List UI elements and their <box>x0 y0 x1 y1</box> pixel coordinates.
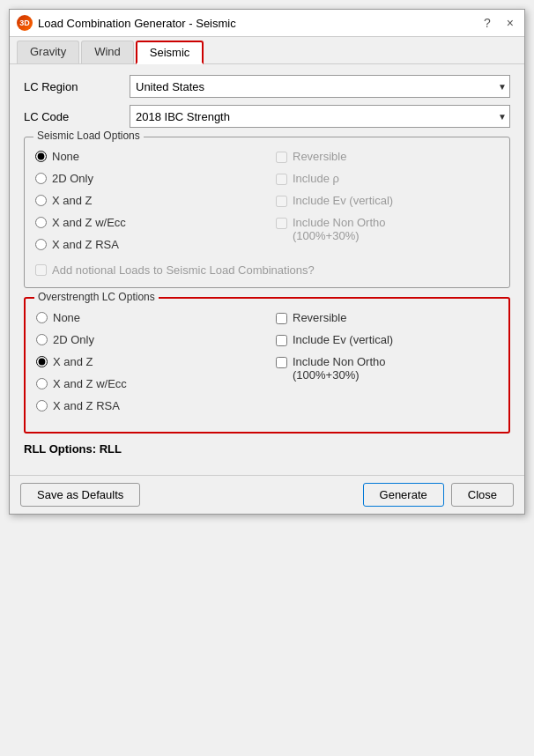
generate-button[interactable]: Generate <box>363 483 444 507</box>
seismic-check-rho-label: Include ρ <box>293 172 339 185</box>
seismic-check-reversible-input[interactable] <box>276 152 287 163</box>
notional-loads-row: Add notional Loads to Seismic Load Combi… <box>35 263 499 277</box>
overstrength-check-ev-label: Include Ev (vertical) <box>293 333 393 346</box>
seismic-load-options-group: Seismic Load Options None 2D Only X and … <box>24 137 510 288</box>
seismic-radio-xz-input[interactable] <box>35 195 47 206</box>
window-title: Load Combination Generator - Seismic <box>38 17 236 30</box>
overstrength-check-reversible-label: Reversible <box>293 311 346 324</box>
overstrength-check-ortho-input[interactable] <box>276 357 287 368</box>
notional-loads-label: Add notional Loads to Seismic Load Combi… <box>52 263 315 277</box>
overstrength-radio-none-input[interactable] <box>36 312 48 323</box>
overstrength-radio-none-label: None <box>53 311 80 324</box>
seismic-radio-xz-ecc-label: X and Z w/Ecc <box>52 216 126 229</box>
overstrength-checkbox-column: Reversible Include Ev (vertical) Include… <box>276 311 498 421</box>
lc-region-select-wrapper: United States Canada Europe ▼ <box>130 75 510 98</box>
seismic-radio-column: None 2D Only X and Z X and Z w/Ecc <box>35 150 258 260</box>
overstrength-radio-xz-rsa-input[interactable] <box>36 400 48 411</box>
lc-region-select[interactable]: United States Canada Europe <box>130 75 510 98</box>
action-buttons: Generate Close <box>363 483 514 507</box>
overstrength-radio-xz-ecc-label: X and Z w/Ecc <box>53 377 127 390</box>
content-area: LC Region United States Canada Europe ▼ … <box>10 64 524 475</box>
rll-options-label: RLL Options: RLL <box>24 442 510 456</box>
seismic-radio-2d-label: 2D Only <box>52 172 93 185</box>
seismic-check-rho: Include ρ <box>276 172 499 185</box>
seismic-check-ortho-label: Include Non Ortho(100%+30%) <box>293 216 386 242</box>
overstrength-radio-2d: 2D Only <box>36 333 258 346</box>
help-button[interactable]: ? <box>480 16 494 30</box>
overstrength-radio-xz-label: X and Z <box>53 355 93 368</box>
lc-region-row: LC Region United States Canada Europe ▼ <box>24 75 510 98</box>
seismic-check-ev-label: Include Ev (vertical) <box>293 194 393 207</box>
close-button[interactable]: Close <box>451 483 514 507</box>
overstrength-radio-xz-input[interactable] <box>36 356 48 367</box>
seismic-check-ortho: Include Non Ortho(100%+30%) <box>276 216 499 242</box>
app-icon: 3D <box>17 15 33 31</box>
overstrength-options-group: Overstrength LC Options None 2D Only X a… <box>24 297 510 434</box>
seismic-radio-none: None <box>35 150 258 163</box>
seismic-check-reversible: Reversible <box>276 150 499 163</box>
seismic-check-reversible-label: Reversible <box>293 150 346 163</box>
title-bar-left: 3D Load Combination Generator - Seismic <box>17 15 236 31</box>
seismic-radio-xz-rsa: X and Z RSA <box>35 238 258 251</box>
lc-code-select-wrapper: 2018 IBC Strength 2015 IBC Strength ASCE… <box>130 105 510 128</box>
overstrength-radio-xz: X and Z <box>36 355 258 368</box>
overstrength-check-ortho: Include Non Ortho(100%+30%) <box>276 355 498 382</box>
tab-gravity[interactable]: Gravity <box>17 41 79 63</box>
tab-bar: Gravity Wind Seismic <box>10 37 524 64</box>
seismic-radio-xz-rsa-label: X and Z RSA <box>52 238 119 251</box>
overstrength-radio-none: None <box>36 311 258 324</box>
overstrength-check-ortho-label: Include Non Ortho(100%+30%) <box>293 355 386 382</box>
lc-code-label: LC Code <box>24 110 130 123</box>
title-bar: 3D Load Combination Generator - Seismic … <box>10 10 524 37</box>
lc-code-select[interactable]: 2018 IBC Strength 2015 IBC Strength ASCE… <box>130 105 510 128</box>
seismic-radio-xz: X and Z <box>35 194 258 207</box>
lc-region-label: LC Region <box>24 80 130 93</box>
seismic-check-ev-input[interactable] <box>276 196 287 207</box>
seismic-radio-xz-rsa-input[interactable] <box>35 239 47 250</box>
seismic-check-ev: Include Ev (vertical) <box>276 194 499 207</box>
overstrength-radio-2d-input[interactable] <box>36 334 48 345</box>
seismic-radio-2d-input[interactable] <box>35 173 47 184</box>
seismic-load-options-label: Seismic Load Options <box>33 130 144 142</box>
overstrength-radio-2d-label: 2D Only <box>53 333 94 346</box>
seismic-radio-2d: 2D Only <box>35 172 258 185</box>
overstrength-radio-xz-ecc-input[interactable] <box>36 378 48 389</box>
title-bar-right: ? × <box>480 16 517 30</box>
seismic-radio-xz-label: X and Z <box>52 194 93 207</box>
save-defaults-button[interactable]: Save as Defaults <box>20 483 140 507</box>
overstrength-check-ev: Include Ev (vertical) <box>276 333 498 346</box>
seismic-check-ortho-input[interactable] <box>276 218 287 229</box>
overstrength-radio-xz-ecc: X and Z w/Ecc <box>36 377 258 390</box>
tab-wind[interactable]: Wind <box>81 41 134 63</box>
seismic-load-options-content: None 2D Only X and Z X and Z w/Ecc <box>35 150 499 260</box>
overstrength-check-reversible: Reversible <box>276 311 498 324</box>
overstrength-options-content: None 2D Only X and Z X and Z w/Ecc <box>36 311 498 421</box>
lc-code-row: LC Code 2018 IBC Strength 2015 IBC Stren… <box>24 105 510 128</box>
bottom-bar: Save as Defaults Generate Close <box>10 475 524 514</box>
overstrength-radio-column: None 2D Only X and Z X and Z w/Ecc <box>36 311 258 421</box>
seismic-radio-none-input[interactable] <box>35 151 47 162</box>
seismic-checkbox-column: Reversible Include ρ Include Ev (vertica… <box>276 150 499 260</box>
notional-loads-checkbox[interactable] <box>35 264 47 276</box>
close-window-button[interactable]: × <box>503 16 517 30</box>
seismic-radio-xz-ecc: X and Z w/Ecc <box>35 216 258 229</box>
overstrength-options-label: Overstrength LC Options <box>34 291 159 303</box>
overstrength-check-reversible-input[interactable] <box>276 313 287 324</box>
main-window: 3D Load Combination Generator - Seismic … <box>9 9 525 515</box>
seismic-radio-xz-ecc-input[interactable] <box>35 217 47 228</box>
seismic-radio-none-label: None <box>52 150 79 163</box>
overstrength-radio-xz-rsa: X and Z RSA <box>36 399 258 412</box>
overstrength-check-ev-input[interactable] <box>276 335 287 346</box>
tab-seismic[interactable]: Seismic <box>136 41 204 64</box>
seismic-check-rho-input[interactable] <box>276 174 287 185</box>
overstrength-radio-xz-rsa-label: X and Z RSA <box>53 399 120 412</box>
